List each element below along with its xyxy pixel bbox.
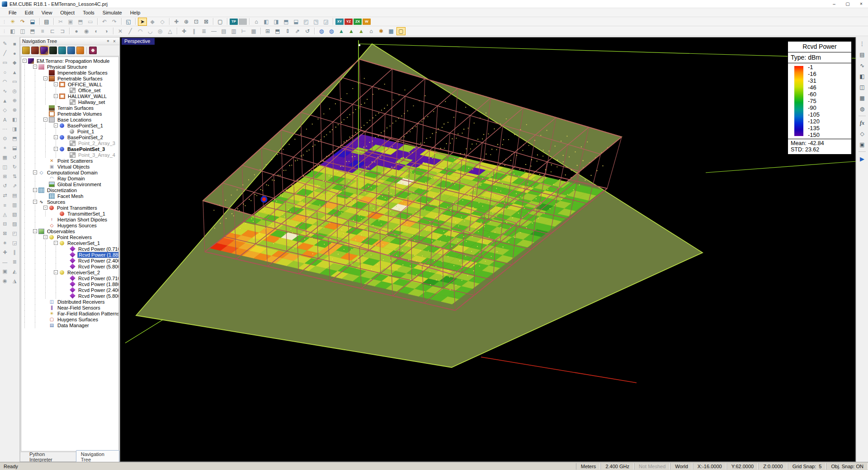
corner-2-icon[interactable]: ◲ <box>10 238 19 248</box>
tree-expander[interactable]: - <box>23 59 27 63</box>
hatch-1-icon[interactable]: ▧ <box>10 210 19 219</box>
module-em-ferma-icon[interactable] <box>76 47 84 54</box>
maximize-button[interactable]: ▢ <box>841 0 854 8</box>
times-box-icon[interactable]: ⊠ <box>1 229 9 238</box>
solid-dot-icon[interactable]: ● <box>10 48 19 58</box>
pan-icon[interactable]: ✚ <box>172 18 181 26</box>
wedge-2-icon[interactable]: ◮ <box>10 276 19 286</box>
solid-tri-icon[interactable]: ▲ <box>10 67 19 77</box>
mesh-grid-icon[interactable]: ▦ <box>249 27 258 35</box>
box-3d-icon[interactable]: ◧ <box>858 71 867 82</box>
tree-expander[interactable]: - <box>43 206 47 210</box>
tree-item[interactable]: Point_2_Array_3 <box>21 140 118 146</box>
copy-icon[interactable]: ▣ <box>66 18 75 26</box>
view-bottom-icon[interactable]: ⬓ <box>292 18 301 26</box>
tree-expander[interactable]: - <box>33 200 37 204</box>
tree-expander[interactable]: - <box>43 76 47 80</box>
menu-item-view[interactable]: View <box>38 9 57 16</box>
globe-env-icon[interactable]: ◍ <box>327 27 336 35</box>
tree-item[interactable]: Rcvd Power (2.400 GHz) <box>21 287 118 293</box>
subtract-1-icon[interactable]: ◐ <box>92 27 101 35</box>
menu-item-tools[interactable]: Tools <box>79 9 99 16</box>
taper-icon[interactable]: △ <box>165 27 175 35</box>
wedge-1-icon[interactable]: ◭ <box>10 267 19 276</box>
tree-item[interactable]: Data Manager <box>21 322 118 328</box>
plane-w-icon[interactable]: W <box>363 19 371 25</box>
draw-rect-icon[interactable]: ▭ <box>1 58 9 67</box>
move-z-icon[interactable]: ⇕ <box>283 27 292 35</box>
tree-item[interactable]: Far-Field Radiation Patterns <box>21 310 118 316</box>
ring-icon[interactable]: ◎ <box>10 86 19 96</box>
globe-domain-icon[interactable]: ◍ <box>317 27 326 35</box>
menu-item-file[interactable]: File <box>5 9 21 16</box>
diag-arrow-icon[interactable]: ⇗ <box>10 181 19 191</box>
tree-item[interactable]: TransmitterSet_1 <box>21 211 118 216</box>
cut-icon[interactable]: ✂ <box>56 18 65 26</box>
tree-expander[interactable]: - <box>33 229 37 233</box>
redo-icon[interactable]: ↷ <box>110 18 119 26</box>
plane-yz-icon[interactable]: YZ <box>344 19 353 25</box>
tree-item[interactable]: Penetrable Volumes <box>21 111 118 117</box>
mesh-tool-icon[interactable]: ▦ <box>1 153 9 162</box>
half-left-icon[interactable]: ◧ <box>10 115 19 124</box>
param-cube-icon[interactable]: ◇ <box>858 128 867 139</box>
waveform-icon[interactable]: ∿ <box>858 60 867 71</box>
new-icon[interactable]: ✳ <box>8 18 17 26</box>
half-bottom-icon[interactable]: ⬓ <box>10 143 19 153</box>
tree-item[interactable]: -Point Transmitters <box>21 205 118 211</box>
tree-item[interactable]: -Sources <box>21 199 118 205</box>
toolbar-grip[interactable]: ⋮ <box>2 29 6 33</box>
paste-icon[interactable]: ⬒ <box>76 18 85 26</box>
array-y-icon[interactable]: ≣ <box>199 27 208 35</box>
plane-toggle-icon[interactable]: ⬒ <box>273 27 282 35</box>
chamfer-icon[interactable]: ◡ <box>146 27 155 35</box>
tree-expander[interactable]: - <box>54 94 58 98</box>
view-back-icon[interactable]: ◲ <box>321 18 330 26</box>
union-icon[interactable]: ● <box>72 27 81 35</box>
tree-item[interactable]: Rcvd Power (1.880 GHz) <box>21 281 118 287</box>
tab-python-interpreter[interactable]: Python Interpreter <box>25 451 72 463</box>
draw-arc-icon[interactable]: ◠ <box>1 77 9 86</box>
tree-item[interactable]: Ray Domain <box>21 175 118 181</box>
swap-tool-icon[interactable]: ⇄ <box>1 191 9 200</box>
tree-expander[interactable]: - <box>43 118 47 122</box>
module-em-tempo-icon[interactable] <box>58 47 66 54</box>
align-top-icon[interactable]: ⬒ <box>28 27 37 35</box>
align-center-icon[interactable]: ◫ <box>18 27 27 35</box>
align-left-icon[interactable]: ◧ <box>8 27 17 35</box>
select-object-icon[interactable]: ◇ <box>158 18 167 26</box>
mesh-view-icon[interactable]: ▦ <box>387 27 396 35</box>
distribute-icon[interactable]: ≡ <box>38 27 47 35</box>
draw-pencil-icon[interactable]: ✎ <box>1 39 9 48</box>
hatch-2-icon[interactable]: ▨ <box>10 219 19 229</box>
print-icon[interactable]: ▤ <box>42 18 51 26</box>
menu-item-simulate[interactable]: Simulate <box>99 9 126 16</box>
rows-icon[interactable]: ▤ <box>219 27 228 35</box>
menu-item-edit[interactable]: Edit <box>21 9 38 16</box>
point-grid-icon[interactable]: ▦ <box>858 93 867 103</box>
tree-item[interactable]: Virtual Objects <box>21 164 118 169</box>
move-xy-icon[interactable]: ⇗ <box>293 27 302 35</box>
tree-item[interactable]: Rcvd Power (2.400 GHz) <box>21 258 118 263</box>
view-right-icon[interactable]: ◳ <box>311 18 321 26</box>
tree-item[interactable]: -HALLWAY_WALL <box>21 93 118 99</box>
terrain-2-icon[interactable]: ▲ <box>347 27 356 35</box>
undo-arc-icon[interactable]: ↺ <box>10 153 19 162</box>
module-em-picasso-icon[interactable] <box>31 47 39 54</box>
tree-expander[interactable]: - <box>33 188 37 192</box>
updown-icon[interactable]: ⇅ <box>10 172 19 181</box>
close-icon[interactable]: × <box>111 39 118 44</box>
tree-item[interactable]: -OFFICE_WALL <box>21 81 118 87</box>
tree-item[interactable]: -Penetrable Surfaces <box>21 75 118 81</box>
draw-points-icon[interactable]: ⋯ <box>1 124 9 134</box>
plane-xy-icon[interactable]: XY <box>335 19 344 25</box>
select-cursor-icon[interactable]: ➤ <box>138 18 147 26</box>
plus-tool-icon[interactable]: ✚ <box>1 248 9 257</box>
draw-circle-icon[interactable]: ○ <box>1 67 9 77</box>
tree-item[interactable]: Distributed Receivers <box>21 299 118 305</box>
extend-icon[interactable]: ╱ <box>126 27 135 35</box>
blank-view-icon[interactable] <box>239 19 247 25</box>
play-flyout-icon[interactable]: ▶ <box>858 153 867 164</box>
offset-icon[interactable]: ◎ <box>156 27 165 35</box>
tree-item[interactable]: -Computational Domain <box>21 169 118 175</box>
